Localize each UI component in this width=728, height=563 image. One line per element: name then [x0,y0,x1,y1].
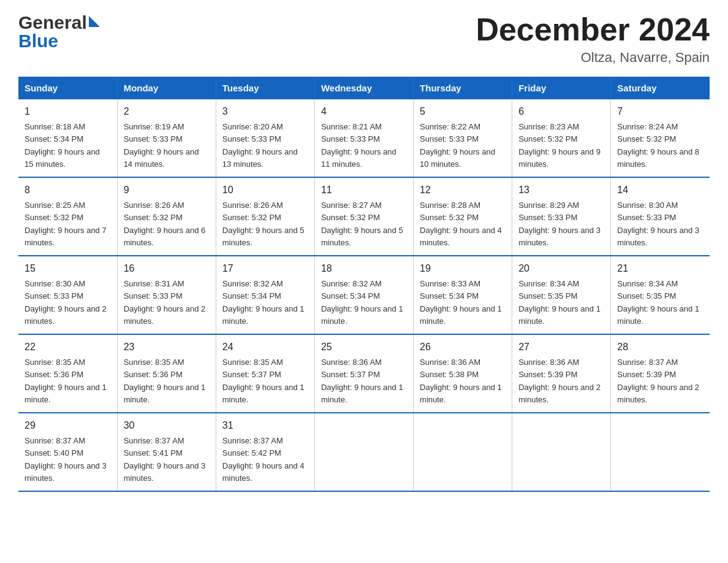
calendar-table: SundayMondayTuesdayWednesdayThursdayFrid… [18,77,710,492]
day-number: 19 [420,261,506,276]
day-info: Sunrise: 8:18 AMSunset: 5:34 PMDaylight:… [25,122,100,169]
header-cell-monday: Monday [117,77,216,99]
day-cell: 1 Sunrise: 8:18 AMSunset: 5:34 PMDayligh… [18,99,117,177]
day-number: 14 [617,183,703,197]
day-info: Sunrise: 8:36 AMSunset: 5:39 PMDaylight:… [518,358,601,404]
logo-arrow-icon [89,16,100,27]
day-cell: 7 Sunrise: 8:24 AMSunset: 5:32 PMDayligh… [611,99,710,177]
day-cell: 3 Sunrise: 8:20 AMSunset: 5:33 PMDayligh… [216,99,314,177]
location-subtitle: Oltza, Navarre, Spain [476,50,710,66]
day-cell: 22 Sunrise: 8:35 AMSunset: 5:36 PMDaylig… [18,334,117,413]
day-cell: 20 Sunrise: 8:34 AMSunset: 5:35 PMDaylig… [512,256,611,334]
day-info: Sunrise: 8:37 AMSunset: 5:39 PMDaylight:… [617,358,699,404]
day-info: Sunrise: 8:28 AMSunset: 5:32 PMDaylight:… [420,201,502,247]
day-number: 20 [518,261,604,276]
day-cell: 26 Sunrise: 8:36 AMSunset: 5:38 PMDaylig… [414,334,512,413]
day-cell: 4 Sunrise: 8:21 AMSunset: 5:33 PMDayligh… [314,99,413,177]
day-info: Sunrise: 8:35 AMSunset: 5:36 PMDaylight:… [25,358,107,404]
day-number: 10 [222,183,308,197]
day-info: Sunrise: 8:21 AMSunset: 5:33 PMDaylight:… [321,122,396,169]
day-info: Sunrise: 8:30 AMSunset: 5:33 PMDaylight:… [617,201,699,247]
week-row-1: 1 Sunrise: 8:18 AMSunset: 5:34 PMDayligh… [18,99,710,177]
day-info: Sunrise: 8:35 AMSunset: 5:37 PMDaylight:… [222,358,305,404]
main-title: December 2024 [476,12,710,47]
day-number: 15 [25,261,111,276]
day-number: 21 [617,261,703,276]
day-cell: 30 Sunrise: 8:37 AMSunset: 5:41 PMDaylig… [117,413,216,491]
week-row-3: 15 Sunrise: 8:30 AMSunset: 5:33 PMDaylig… [18,256,710,334]
day-cell: 16 Sunrise: 8:31 AMSunset: 5:33 PMDaylig… [117,256,216,334]
calendar-body: 1 Sunrise: 8:18 AMSunset: 5:34 PMDayligh… [18,99,710,491]
day-info: Sunrise: 8:23 AMSunset: 5:32 PMDaylight:… [518,122,601,169]
logo-general-text: General [18,12,87,33]
day-cell: 2 Sunrise: 8:19 AMSunset: 5:33 PMDayligh… [117,99,216,177]
day-number: 2 [124,104,210,119]
day-cell: 9 Sunrise: 8:26 AMSunset: 5:32 PMDayligh… [117,177,216,256]
day-number: 18 [321,261,407,276]
day-cell: 12 Sunrise: 8:28 AMSunset: 5:32 PMDaylig… [414,177,512,256]
day-info: Sunrise: 8:32 AMSunset: 5:34 PMDaylight:… [222,279,305,326]
header-cell-tuesday: Tuesday [216,77,314,99]
day-info: Sunrise: 8:37 AMSunset: 5:40 PMDaylight:… [25,436,107,483]
day-cell: 28 Sunrise: 8:37 AMSunset: 5:39 PMDaylig… [611,334,710,413]
day-info: Sunrise: 8:37 AMSunset: 5:42 PMDaylight:… [222,436,305,483]
logo-blue-text: Blue [18,31,100,52]
day-number: 26 [420,340,506,354]
day-info: Sunrise: 8:26 AMSunset: 5:32 PMDaylight:… [222,201,305,247]
day-cell: 8 Sunrise: 8:25 AMSunset: 5:32 PMDayligh… [18,177,117,256]
day-info: Sunrise: 8:19 AMSunset: 5:33 PMDaylight:… [124,122,199,169]
day-cell: 24 Sunrise: 8:35 AMSunset: 5:37 PMDaylig… [216,334,314,413]
day-cell: 31 Sunrise: 8:37 AMSunset: 5:42 PMDaylig… [216,413,314,491]
day-info: Sunrise: 8:31 AMSunset: 5:33 PMDaylight:… [124,279,206,326]
day-number: 17 [222,261,308,276]
week-row-4: 22 Sunrise: 8:35 AMSunset: 5:36 PMDaylig… [18,334,710,413]
day-number: 4 [321,104,407,119]
day-info: Sunrise: 8:27 AMSunset: 5:32 PMDaylight:… [321,201,403,247]
day-info: Sunrise: 8:26 AMSunset: 5:32 PMDaylight:… [124,201,206,247]
day-cell [414,413,512,491]
day-info: Sunrise: 8:29 AMSunset: 5:33 PMDaylight:… [518,201,601,247]
day-number: 16 [124,261,210,276]
day-info: Sunrise: 8:36 AMSunset: 5:37 PMDaylight:… [321,358,403,404]
day-number: 12 [420,183,506,197]
day-info: Sunrise: 8:30 AMSunset: 5:33 PMDaylight:… [25,279,107,326]
day-number: 11 [321,183,407,197]
day-number: 1 [25,104,111,119]
day-number: 13 [518,183,604,197]
day-number: 7 [617,104,703,119]
day-cell [611,413,710,491]
day-number: 25 [321,340,407,354]
day-number: 24 [222,340,308,354]
day-number: 3 [222,104,308,119]
title-area: December 2024 Oltza, Navarre, Spain [476,12,710,66]
day-info: Sunrise: 8:37 AMSunset: 5:41 PMDaylight:… [124,436,206,483]
day-cell: 13 Sunrise: 8:29 AMSunset: 5:33 PMDaylig… [512,177,611,256]
day-cell: 29 Sunrise: 8:37 AMSunset: 5:40 PMDaylig… [18,413,117,491]
day-cell: 10 Sunrise: 8:26 AMSunset: 5:32 PMDaylig… [216,177,314,256]
header-cell-thursday: Thursday [414,77,512,99]
day-number: 28 [617,340,703,354]
day-number: 29 [25,418,111,433]
day-info: Sunrise: 8:34 AMSunset: 5:35 PMDaylight:… [518,279,601,326]
day-cell: 11 Sunrise: 8:27 AMSunset: 5:32 PMDaylig… [314,177,413,256]
day-cell: 6 Sunrise: 8:23 AMSunset: 5:32 PMDayligh… [512,99,611,177]
header-row: SundayMondayTuesdayWednesdayThursdayFrid… [18,77,710,99]
day-cell: 27 Sunrise: 8:36 AMSunset: 5:39 PMDaylig… [512,334,611,413]
day-number: 6 [518,104,604,119]
header-cell-sunday: Sunday [18,77,117,99]
day-cell: 5 Sunrise: 8:22 AMSunset: 5:33 PMDayligh… [414,99,512,177]
day-cell: 19 Sunrise: 8:33 AMSunset: 5:34 PMDaylig… [414,256,512,334]
week-row-2: 8 Sunrise: 8:25 AMSunset: 5:32 PMDayligh… [18,177,710,256]
day-cell [512,413,611,491]
day-number: 5 [420,104,506,119]
calendar-header: SundayMondayTuesdayWednesdayThursdayFrid… [18,77,710,99]
page-header: General Blue December 2024 Oltza, Navarr… [18,12,710,66]
day-cell: 21 Sunrise: 8:34 AMSunset: 5:35 PMDaylig… [611,256,710,334]
day-info: Sunrise: 8:22 AMSunset: 5:33 PMDaylight:… [420,122,495,169]
day-number: 27 [518,340,604,354]
day-number: 9 [124,183,210,197]
day-info: Sunrise: 8:34 AMSunset: 5:35 PMDaylight:… [617,279,699,326]
day-number: 23 [124,340,210,354]
day-info: Sunrise: 8:32 AMSunset: 5:34 PMDaylight:… [321,279,403,326]
day-info: Sunrise: 8:24 AMSunset: 5:32 PMDaylight:… [617,122,699,169]
